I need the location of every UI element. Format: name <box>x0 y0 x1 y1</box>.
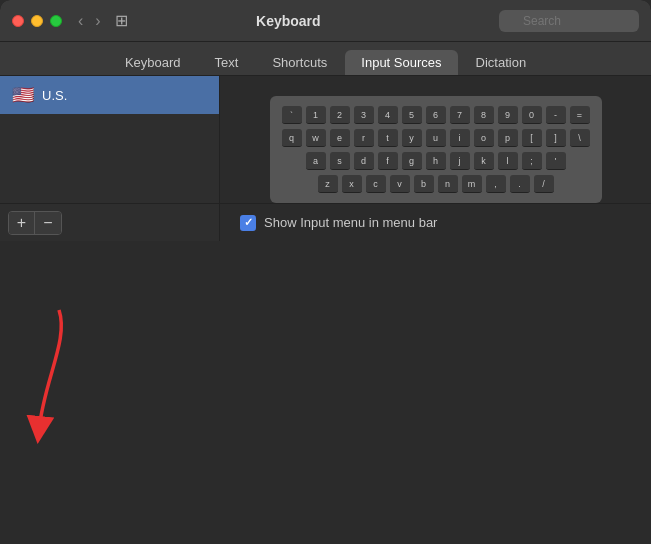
key-8: 8 <box>474 106 494 124</box>
minimize-button[interactable] <box>31 15 43 27</box>
tab-shortcuts[interactable]: Shortcuts <box>256 50 343 75</box>
key-m: m <box>462 175 482 193</box>
bottom-left-cell: + − <box>0 204 220 241</box>
key-d: d <box>354 152 374 170</box>
key-4: 4 <box>378 106 398 124</box>
key-slash: / <box>534 175 554 193</box>
checkbox-check-icon: ✓ <box>244 216 253 229</box>
keyboard-visual: ` 1 2 3 4 5 6 7 8 9 0 - = <box>270 96 602 203</box>
key-g: g <box>402 152 422 170</box>
panels-row: 🇺🇸 U.S. ` 1 2 3 4 5 6 <box>0 76 651 203</box>
fullscreen-button[interactable] <box>50 15 62 27</box>
key-minus: - <box>546 106 566 124</box>
key-r: r <box>354 129 374 147</box>
key-3: 3 <box>354 106 374 124</box>
key-f: f <box>378 152 398 170</box>
key-1: 1 <box>306 106 326 124</box>
key-a: a <box>306 152 326 170</box>
key-equals: = <box>570 106 590 124</box>
input-source-label: U.S. <box>42 88 67 103</box>
add-remove-buttons: + − <box>8 211 62 235</box>
key-semicolon: ; <box>522 152 542 170</box>
key-backslash: \ <box>570 129 590 147</box>
key-0: 0 <box>522 106 542 124</box>
show-input-menu-checkbox-wrap[interactable]: ✓ Show Input menu in menu bar <box>240 215 437 231</box>
key-row-3: a s d f g h j k l ; ' <box>282 152 590 170</box>
key-9: 9 <box>498 106 518 124</box>
key-e: e <box>330 129 350 147</box>
key-5: 5 <box>402 106 422 124</box>
right-panel: ` 1 2 3 4 5 6 7 8 9 0 - = <box>220 76 651 203</box>
key-period: . <box>510 175 530 193</box>
close-button[interactable] <box>12 15 24 27</box>
tab-keyboard[interactable]: Keyboard <box>109 50 197 75</box>
key-comma: , <box>486 175 506 193</box>
key-z: z <box>318 175 338 193</box>
key-n: n <box>438 175 458 193</box>
key-y: y <box>402 129 422 147</box>
tabs-bar: Keyboard Text Shortcuts Input Sources Di… <box>0 42 651 76</box>
key-x: x <box>342 175 362 193</box>
key-bracket-open: [ <box>522 129 542 147</box>
left-panel-spacer <box>0 114 219 203</box>
us-flag-icon: 🇺🇸 <box>12 84 34 106</box>
show-input-menu-label: Show Input menu in menu bar <box>264 215 437 230</box>
key-t: t <box>378 129 398 147</box>
bottom-right-cell: ✓ Show Input menu in menu bar <box>220 204 651 241</box>
input-source-item-us[interactable]: 🇺🇸 U.S. <box>0 76 219 114</box>
key-6: 6 <box>426 106 446 124</box>
key-o: o <box>474 129 494 147</box>
titlebar: ‹ › ⊞ Keyboard 🔍 <box>0 0 651 42</box>
search-input[interactable] <box>499 10 639 32</box>
tab-text[interactable]: Text <box>199 50 255 75</box>
key-i: i <box>450 129 470 147</box>
key-v: v <box>390 175 410 193</box>
key-p: p <box>498 129 518 147</box>
window-title: Keyboard <box>78 13 499 29</box>
key-k: k <box>474 152 494 170</box>
remove-input-source-button[interactable]: − <box>35 212 61 234</box>
key-w: w <box>306 129 326 147</box>
key-row-1: ` 1 2 3 4 5 6 7 8 9 0 - = <box>282 106 590 124</box>
content-area: 🇺🇸 U.S. ` 1 2 3 4 5 6 <box>0 76 651 241</box>
key-backtick: ` <box>282 106 302 124</box>
key-b: b <box>414 175 434 193</box>
key-h: h <box>426 152 446 170</box>
key-7: 7 <box>450 106 470 124</box>
key-quote: ' <box>546 152 566 170</box>
key-u: u <box>426 129 446 147</box>
key-c: c <box>366 175 386 193</box>
key-s: s <box>330 152 350 170</box>
show-input-menu-checkbox[interactable]: ✓ <box>240 215 256 231</box>
key-row-2: q w e r t y u i o p [ ] \ <box>282 129 590 147</box>
add-input-source-button[interactable]: + <box>9 212 35 234</box>
key-2: 2 <box>330 106 350 124</box>
search-wrap: 🔍 <box>499 10 639 32</box>
annotation-arrow <box>14 300 94 460</box>
tab-dictation[interactable]: Dictation <box>460 50 543 75</box>
left-panel: 🇺🇸 U.S. <box>0 76 220 203</box>
key-bracket-close: ] <box>546 129 566 147</box>
tab-input-sources[interactable]: Input Sources <box>345 50 457 75</box>
bottom-row: + − ✓ Show Input menu in menu bar <box>0 203 651 241</box>
key-j: j <box>450 152 470 170</box>
key-q: q <box>282 129 302 147</box>
traffic-lights <box>12 15 62 27</box>
key-row-4: z x c v b n m , . / <box>282 175 590 193</box>
key-l: l <box>498 152 518 170</box>
